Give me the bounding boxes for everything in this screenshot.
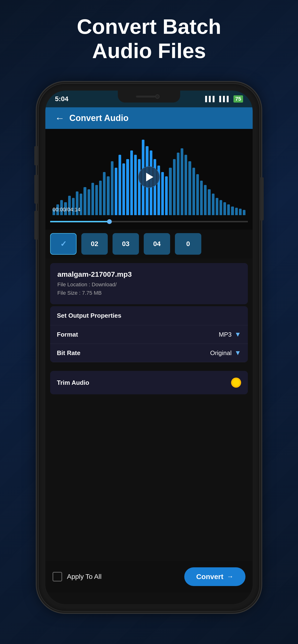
format-value: MP3 [219,331,232,338]
phone-frame: 5:04 ▌▌▌ ▌▌▌ 75 ← Convert Audio 00:00/04… [39,84,259,611]
waveform-bar [165,176,168,215]
file-tab-2[interactable]: 02 [81,233,108,255]
waveform-bar [122,164,125,215]
volume-silent-button[interactable] [34,146,38,165]
waveform-bar [161,172,164,215]
file-tab-1[interactable]: ✓ [50,233,77,255]
waveform-bar [173,159,176,215]
file-size: File Size : 7.75 MB [57,289,241,297]
convert-button[interactable]: Convert → [184,567,245,586]
file-tab-3[interactable]: 03 [112,233,139,255]
progress-handle[interactable] [107,219,112,224]
format-label: Format [57,331,219,338]
bitrate-row[interactable]: Bit Rate Original ▼ [50,344,248,362]
waveform-bar [188,161,191,215]
apply-all-label: Apply To All [67,573,180,580]
waveform-bar [235,208,238,216]
phone-screen: 5:04 ▌▌▌ ▌▌▌ 75 ← Convert Audio 00:00/04… [45,90,253,604]
waveform-bar [111,161,113,215]
waveform-bar [91,183,94,215]
trim-label: Trim Audio [57,379,231,386]
waveform-bar [126,159,129,215]
format-row[interactable]: Format MP3 ▼ [50,325,248,344]
waveform-bar [204,185,207,215]
power-button[interactable] [260,177,264,220]
volume-up-button[interactable] [34,175,38,204]
waveform-bar [107,176,109,215]
waveform-bar [134,155,137,215]
waveform-bar [169,168,172,215]
notch-speaker [136,96,155,98]
time-display: 00:00/04:14 [53,206,80,213]
waveform-player: 00:00/04:14 [45,129,253,230]
waveform-bar [223,202,226,215]
trim-icon [231,378,241,388]
waveform-bar [138,159,140,215]
waveform-bar [177,152,180,215]
checkmark-icon: ✓ [60,239,67,248]
bottom-bar: Apply To All Convert → [45,561,253,592]
waveform-bar [231,206,234,215]
notch [118,90,180,102]
waveform-bar [185,155,187,215]
progress-bar[interactable] [50,221,248,222]
play-icon [146,173,153,181]
waveform-bar [220,200,222,215]
file-tab-4[interactable]: 04 [144,233,170,255]
volume-down-button[interactable] [34,211,38,240]
convert-arrow-icon: → [227,573,233,580]
app-header: ← Convert Audio [45,107,253,129]
bitrate-dropdown-icon: ▼ [234,349,241,357]
waveform-bar [200,181,203,215]
file-tab-5[interactable]: 0 [175,233,201,255]
waveform-bar [99,181,102,215]
apply-all-checkbox[interactable] [53,572,62,582]
format-dropdown-icon: ▼ [234,330,241,338]
file-info-card: amalgam-217007.mp3 File Location : Downl… [50,263,248,304]
play-button[interactable] [138,166,160,188]
waveform-bar [208,189,210,215]
trim-audio-row[interactable]: Trim Audio [50,371,248,394]
waveform-bar [88,189,90,215]
file-name: amalgam-217007.mp3 [57,270,241,278]
waveform-bar [181,148,183,215]
output-section-title: Set Output Properties [50,306,248,325]
signal-icon-1: ▌▌▌ [205,96,216,102]
file-location: File Location : Download/ [57,280,241,289]
page-title: Convert Batch Audio Files [0,14,298,63]
waveform-bar [118,155,121,215]
bitrate-value: Original [210,349,232,357]
waveform-bar [243,210,245,216]
screen-title: Convert Audio [69,113,129,123]
status-icons: ▌▌▌ ▌▌▌ 75 [205,95,243,102]
waveform-bar [103,172,106,215]
waveform-bar [196,174,199,215]
waveform-bar [130,150,133,215]
waveform-bar [115,168,117,215]
camera [155,94,160,99]
convert-label: Convert [196,572,223,581]
waveform-bar [212,194,215,215]
back-button[interactable]: ← [55,113,65,124]
file-tabs-container: ✓ 02 03 04 0 [45,230,253,258]
bitrate-label: Bit Rate [57,349,210,357]
waveform-bar [227,204,230,215]
waveform-bar [83,187,86,215]
waveform-bar [95,185,98,215]
battery-icon: 75 [233,95,243,102]
waveform-bar [192,168,195,215]
waveform-bar [239,209,242,215]
signal-icon-2: ▌▌▌ [219,96,231,102]
output-properties-section: Set Output Properties Format MP3 ▼ Bit R… [50,306,248,362]
waveform-bar [216,198,218,215]
progress-fill [50,221,109,222]
